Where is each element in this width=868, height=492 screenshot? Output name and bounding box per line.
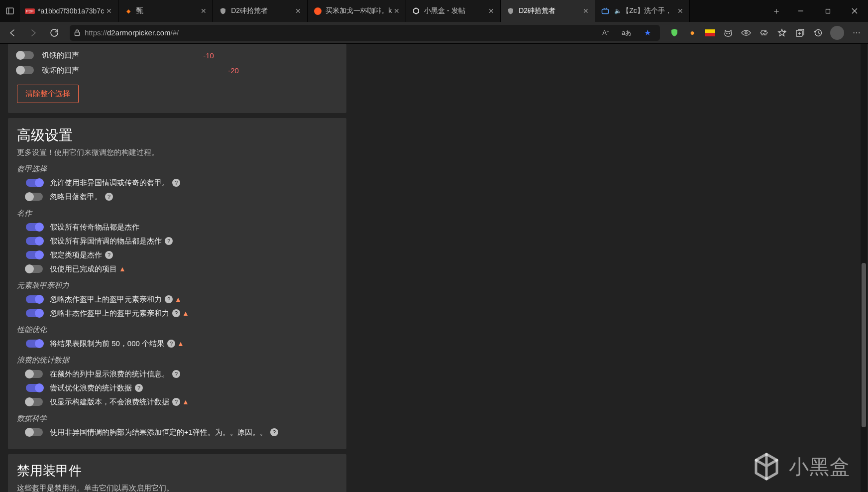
svg-rect-0 xyxy=(6,8,13,14)
browser-tab[interactable]: D2砷拾荒者✕ xyxy=(213,0,308,22)
nav-refresh-button[interactable] xyxy=(45,24,64,41)
tab-close-icon[interactable]: ✕ xyxy=(104,6,114,16)
help-icon[interactable]: ? xyxy=(135,384,143,392)
setting-toggle[interactable] xyxy=(26,340,43,348)
setting-label: 将结果表限制为前 50，000 个结果 xyxy=(50,339,164,349)
echo-toggle[interactable] xyxy=(17,66,34,74)
read-aloud-icon[interactable]: A⁺ xyxy=(597,24,614,41)
help-icon[interactable]: ? xyxy=(270,428,278,436)
help-icon[interactable]: ? xyxy=(167,340,175,348)
setting-toggle[interactable] xyxy=(26,251,43,259)
setting-toggle[interactable] xyxy=(26,428,43,436)
setting-label: 在额外的列中显示浪费的统计信息。 xyxy=(50,369,169,379)
ext-flag-icon[interactable] xyxy=(702,24,719,41)
advanced-settings-panel: 高级设置 更多设置！使用它们来微调您的构建过程。 盔甲选择允许使用非异国情调或传… xyxy=(8,118,346,449)
disabled-line1: 这些盔甲是禁用的。单击它们以再次启用它们。 xyxy=(17,483,337,492)
address-bar[interactable]: https://d2armorpicker.com/#/ A⁺ aあ ★ xyxy=(70,25,660,41)
new-tab-button[interactable]: ＋ xyxy=(765,5,787,17)
tab-favicon: PDF xyxy=(26,7,34,15)
setting-toggle[interactable] xyxy=(26,265,43,273)
tab-favicon xyxy=(412,7,420,15)
help-icon[interactable]: ? xyxy=(172,398,180,406)
setting-toggle[interactable] xyxy=(26,193,43,201)
setting-row: 忽略杰作盔甲上的盔甲元素亲和力?▲ xyxy=(17,292,337,306)
group-heading: 盔甲选择 xyxy=(17,164,337,174)
help-icon[interactable]: ? xyxy=(172,309,180,317)
scrollbar-thumb[interactable] xyxy=(862,263,866,427)
setting-label: 允许使用非异国情调或传奇的盔甲。 xyxy=(50,178,169,188)
setting-toggle[interactable] xyxy=(26,223,43,231)
tab-title: 【Zc】洗个手， xyxy=(622,6,675,15)
tab-mute-icon[interactable]: 🔈 xyxy=(613,7,622,14)
browser-tab[interactable]: 小黑盒 - 发帖✕ xyxy=(406,0,501,22)
ext-orange-icon[interactable]: ● xyxy=(684,24,701,41)
tabs-strip: PDF*a1bbd7f30b1a73b7c✕◆甄✕D2砷拾荒者✕买米加戈一杯咖啡… xyxy=(20,0,765,22)
tab-close-icon[interactable]: ✕ xyxy=(199,6,209,16)
page-scrollbar[interactable] xyxy=(861,44,867,492)
watermark-text: 小黑盒 xyxy=(789,453,850,481)
clear-selection-button[interactable]: 清除整个选择 xyxy=(17,85,79,103)
extension-icons: ● ⋯ xyxy=(666,24,865,41)
window-minimize[interactable] xyxy=(787,0,814,22)
tab-overview-icon[interactable] xyxy=(0,7,20,14)
window-maximize[interactable] xyxy=(814,0,841,22)
browser-tab[interactable]: ◆甄✕ xyxy=(118,0,213,22)
browser-tab[interactable]: 🔈【Zc】洗个手，✕ xyxy=(595,0,690,22)
setting-toggle[interactable] xyxy=(26,398,43,406)
help-icon[interactable]: ? xyxy=(165,237,173,245)
tab-close-icon[interactable]: ✕ xyxy=(392,6,402,16)
history-icon[interactable] xyxy=(809,24,826,41)
window-titlebar: PDF*a1bbd7f30b1a73b7c✕◆甄✕D2砷拾荒者✕买米加戈一杯咖啡… xyxy=(0,0,868,22)
help-icon[interactable]: ? xyxy=(172,370,180,378)
setting-toggle[interactable] xyxy=(26,309,43,317)
tab-close-icon[interactable]: ✕ xyxy=(486,6,496,16)
warning-icon: ▲ xyxy=(119,265,126,273)
more-menu-icon[interactable]: ⋯ xyxy=(848,24,865,41)
tab-title: D2砷拾荒者 xyxy=(519,6,581,15)
setting-row: 尝试优化浪费的统计数据? xyxy=(17,381,337,395)
nav-back-button[interactable] xyxy=(3,24,22,41)
translate-icon[interactable]: aあ xyxy=(618,24,635,41)
bookmark-star-icon[interactable]: ★ xyxy=(639,24,656,41)
setting-label: 仅使用已完成的项目 xyxy=(50,264,117,274)
ext-cat-icon[interactable] xyxy=(720,24,737,41)
help-icon[interactable]: ? xyxy=(105,251,113,259)
browser-tab[interactable]: PDF*a1bbd7f30b1a73b7c✕ xyxy=(20,0,118,22)
tab-close-icon[interactable]: ✕ xyxy=(581,6,591,16)
nav-forward-button[interactable] xyxy=(24,24,43,41)
tab-title: 甄 xyxy=(136,6,199,15)
ext-puzzle-icon[interactable] xyxy=(756,24,772,41)
disabled-armor-panel: 禁用装甲件 这些盔甲是禁用的。单击它们以再次启用它们。 它们不会显示在任何结果中… xyxy=(8,454,346,492)
help-icon[interactable]: ? xyxy=(165,295,173,303)
ext-shield-icon[interactable] xyxy=(666,24,683,41)
setting-row: 使用非异国情调的胸部为结果添加恒定的+1弹性。为。。原因。。? xyxy=(17,425,337,439)
svg-point-12 xyxy=(745,31,747,33)
window-close[interactable] xyxy=(841,0,868,22)
setting-toggle[interactable] xyxy=(26,370,43,378)
help-icon[interactable]: ? xyxy=(105,193,113,201)
help-icon[interactable]: ? xyxy=(172,179,180,187)
tab-close-icon[interactable]: ✕ xyxy=(293,6,303,16)
watermark: 小黑盒 xyxy=(751,451,850,482)
ext-eye-icon[interactable] xyxy=(738,24,755,41)
setting-row: 假设所有传奇物品都是杰作 xyxy=(17,220,337,234)
warning-icon: ▲ xyxy=(177,340,184,348)
browser-tab[interactable]: D2砷拾荒者✕ xyxy=(501,0,595,22)
browser-tab[interactable]: 买米加戈一杯咖啡。k✕ xyxy=(308,0,406,22)
setting-toggle[interactable] xyxy=(26,295,43,303)
setting-toggle[interactable] xyxy=(26,384,43,392)
favorites-icon[interactable] xyxy=(773,24,790,41)
tab-close-icon[interactable]: ✕ xyxy=(675,6,685,16)
group-heading: 数据科学 xyxy=(17,414,337,423)
echo-toggle[interactable] xyxy=(17,51,34,59)
collections-icon[interactable] xyxy=(791,24,808,41)
tab-title: *a1bbd7f30b1a73b7c xyxy=(38,7,104,15)
warning-icon: ▲ xyxy=(175,295,182,303)
group-heading: 性能优化 xyxy=(17,325,337,335)
echo-row: 破坏的回声-20 xyxy=(17,63,337,78)
setting-toggle[interactable] xyxy=(26,179,43,187)
profile-avatar[interactable] xyxy=(830,26,844,40)
browser-toolbar: https://d2armorpicker.com/#/ A⁺ aあ ★ ● ⋯ xyxy=(0,22,868,44)
setting-toggle[interactable] xyxy=(26,237,43,245)
echo-name: 破坏的回声 xyxy=(42,66,121,75)
